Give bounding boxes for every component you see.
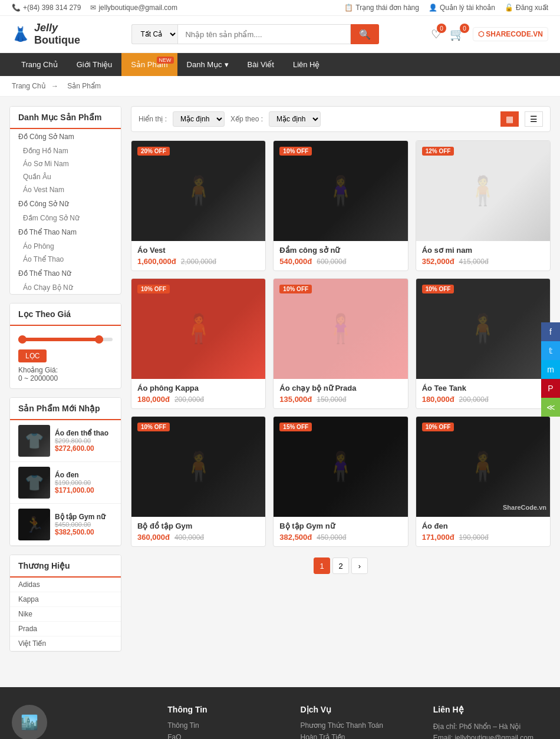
breadcrumb-home[interactable]: Trang Chủ (12, 82, 46, 90)
list-view-button[interactable]: ☰ (525, 111, 543, 127)
user-icon: 👤 (429, 4, 437, 12)
product-card-2[interactable]: 🧍 12% OFF Áo sơ mi nam 352,000đ 415,000đ (416, 140, 551, 271)
sort-select[interactable]: Mặc định (269, 111, 321, 127)
sidebar-categories: Danh Mục Sản Phẩm Đồ Công Sở Nam Đồng Hồ… (9, 106, 121, 295)
grid-view-button[interactable]: ▦ (500, 111, 519, 127)
brand-adidas[interactable]: Adidas (10, 578, 121, 592)
sharecode-text: SHARECODE.VN (486, 30, 543, 38)
product-card-5[interactable]: 🧍 10% OFF Áo Tee Tank 180,000đ 200,000đ (416, 278, 551, 409)
brand-kappa[interactable]: Kappa (10, 592, 121, 607)
email-address: jellyboutique@gmail.com (98, 4, 177, 12)
footer-link-thongtin[interactable]: Thông Tin (167, 721, 282, 730)
search-input[interactable] (177, 24, 351, 44)
product-info-8: Áo đen 171,000đ 190,000đ (416, 517, 550, 546)
wishlist-badge: 0 (437, 24, 446, 33)
product-card-3[interactable]: 🧍 10% OFF Áo phông Kappa 180,000đ 200,00… (131, 278, 266, 409)
filter-button[interactable]: LỌC (18, 349, 47, 362)
nav-products[interactable]: NEW Sản Phẩm (121, 53, 177, 76)
sidebar-cat-the-thao-nam[interactable]: Đồ Thể Thao Nam (10, 225, 121, 240)
new-product-img-0: 👕 (18, 425, 50, 457)
nav-about[interactable]: Giới Thiệu (67, 53, 122, 76)
sidebar-sub-ao-so-mi[interactable]: Áo Sơ Mi Nam (10, 157, 121, 170)
top-bar-phone: 📞 +(84) 398 314 279 (12, 4, 81, 12)
show-select[interactable]: Mặc định (173, 111, 225, 127)
product-card-4[interactable]: 🧍‍♀️ 10% OFF Áo chạy bộ nữ Prada 135,000… (273, 278, 408, 409)
product-img-0: 🧍 20% OFF (131, 141, 265, 241)
social-float-share[interactable]: ≪ (541, 398, 560, 417)
person-silhouette-5: 🧍 (416, 279, 550, 379)
person-silhouette-8: 🧍 (416, 417, 550, 517)
social-float-twitter[interactable]: 𝕥 (541, 341, 560, 360)
footer-service-title: Dịch Vụ (301, 705, 416, 714)
page-2-button[interactable]: 2 (332, 557, 349, 574)
new-product-item[interactable]: 👕 Áo đen thể thao $299,800.00 $272,600.0… (10, 420, 121, 462)
price-range-thumb-right[interactable] (95, 335, 103, 344)
new-product-name-0: Áo đen thể thao (55, 429, 113, 437)
page-1-button[interactable]: 1 (314, 557, 330, 574)
sidebar-brands: Thương Hiệu Adidas Kappa Nike Prada Việt… (9, 555, 121, 652)
product-area: Hiển thị : Mặc định Xếp theo : Mặc định … (131, 106, 551, 660)
price-range-thumb-left[interactable] (18, 335, 27, 344)
footer-link-payment[interactable]: Phương Thức Thanh Toán (301, 721, 416, 730)
sidebar-sub-dam-cong-so[interactable]: Đầm Công Sở Nữ (10, 212, 121, 225)
sidebar-sub-dong-ho[interactable]: Đồng Hồ Nam (10, 144, 121, 157)
account-label: Quản lý tài khoản (440, 4, 495, 12)
sidebar-sub-ao-phong[interactable]: Áo Phông (10, 240, 121, 253)
page-next-button[interactable]: › (351, 557, 368, 574)
order-status-link[interactable]: 📋 Trạng thái đơn hàng (344, 4, 419, 12)
product-prices-5: 180,000đ 200,000đ (422, 395, 544, 404)
new-product-info-2: Bộ tập Gym nữ $450,000.00 $382,500.00 (55, 513, 113, 536)
nav-category-arrow: ▾ (225, 60, 229, 69)
brand-nike[interactable]: Nike (10, 607, 121, 622)
logo-boutique: Boutique (34, 34, 80, 47)
sidebar-sub-ao-vest[interactable]: Áo Vest Nam (10, 183, 121, 196)
product-price-old-5: 200,000đ (459, 395, 489, 404)
sharecode-logo: ⬡ SHARECODE.VN (473, 27, 548, 41)
sidebar-cat-cong-so-nu[interactable]: Đồ Công Sở Nữ (10, 196, 121, 212)
wishlist-icon[interactable]: ♡ 0 (431, 27, 442, 41)
search-button[interactable]: 🔍 (351, 24, 379, 44)
product-price-old-3: 200,000đ (174, 395, 204, 404)
product-card-6[interactable]: 🧍 10% OFF Bộ đồ tập Gym 360,000đ 400,000… (131, 416, 266, 547)
social-float-facebook[interactable]: f (541, 322, 560, 341)
product-card-1[interactable]: 🧍‍♀️ 10% OFF Đầm công sở nữ 540,000đ 600… (273, 140, 408, 271)
sidebar-sub-quan-au[interactable]: Quần Âu (10, 170, 121, 183)
price-range-bar[interactable] (18, 338, 113, 341)
new-product-item-2[interactable]: 🏃 Bộ tập Gym nữ $450,000.00 $382,500.00 (10, 504, 121, 546)
social-float-pinterest[interactable]: P (541, 379, 560, 398)
logo-name: Jelly Boutique (34, 22, 80, 47)
new-product-item-1[interactable]: 👕 Áo đen $190,000.00 $171,000.00 (10, 462, 121, 504)
social-float-messenger[interactable]: m (541, 360, 560, 379)
logo[interactable]: 👗 Jelly Boutique (12, 22, 80, 47)
discount-badge-8: 10% OFF (422, 423, 454, 431)
sidebar-sub-ao-the-thao[interactable]: Áo Thể Thao (10, 253, 121, 266)
price-range-fill (18, 338, 103, 341)
search-category-select[interactable]: Tất Cả (131, 24, 177, 44)
footer-email: Email: jellyboutique@gmail.com (433, 733, 548, 739)
account-link[interactable]: 👤 Quản lý tài khoản (429, 4, 495, 12)
nav-products-badge: NEW (157, 57, 174, 64)
logout-link[interactable]: 🔓 Đăng xuất (505, 4, 548, 12)
footer-link-refund[interactable]: Hoàn Trả Tiền (301, 733, 416, 739)
product-price-old-1: 600,000đ (317, 258, 346, 266)
discount-badge-1: 10% OFF (279, 147, 312, 156)
sidebar-cat-cong-so-nam[interactable]: Đồ Công Sở Nam (10, 129, 121, 144)
product-img-6: 🧍 10% OFF (131, 417, 265, 517)
brand-viet-tien[interactable]: Việt Tiến (10, 636, 121, 651)
nav-blog[interactable]: Bài Viết (238, 53, 284, 76)
nav-home[interactable]: Trang Chủ (12, 53, 67, 76)
new-product-old-1: $190,000.00 (55, 479, 113, 486)
product-card-7[interactable]: 🧍‍♀️ 15% OFF Bộ tập Gym nữ 382,500đ 450,… (273, 416, 408, 547)
product-card-8[interactable]: 🧍 10% OFF ShareCode.vn Áo đen 171,000đ 1… (416, 416, 551, 547)
brand-prada[interactable]: Prada (10, 622, 121, 636)
sidebar-sub-ao-chay-bo[interactable]: Áo Chạy Bộ Nữ (10, 281, 121, 294)
nav-contact[interactable]: Liên Hệ (284, 53, 330, 76)
cart-icon[interactable]: 🛒 0 (450, 27, 465, 41)
footer-link-faq[interactable]: FaQ (167, 733, 282, 739)
sidebar-new-products: Sản Phẩm Mới Nhập 👕 Áo đen thể thao $299… (9, 397, 121, 546)
nav-category[interactable]: Danh Mục ▾ (177, 53, 238, 76)
product-card-0[interactable]: 🧍 20% OFF Áo Vest 1,600,000đ 2,000,000đ (131, 140, 266, 271)
footer-info-title: Thông Tin (167, 705, 282, 714)
sidebar-cat-the-thao-nu[interactable]: Đồ Thể Thao Nữ (10, 266, 121, 281)
discount-badge-6: 10% OFF (137, 423, 170, 431)
